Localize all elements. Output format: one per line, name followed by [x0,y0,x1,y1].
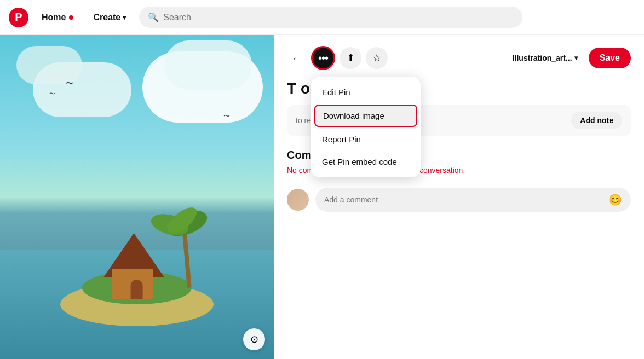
nav-home[interactable]: Home [35,8,80,27]
create-label: Create [93,13,120,22]
comment-input-wrap[interactable]: 😊 [315,188,631,212]
upload-button[interactable]: ⬆ [340,47,361,69]
dropdown-get-embed[interactable]: Get Pin embed code [311,150,421,173]
back-button[interactable]: ← [287,48,307,69]
chevron-down-icon: ▾ [123,14,126,21]
more-button-wrapper: ••• Edit Pin Download image Report Pin G… [311,46,335,70]
upload-icon: ⬆ [347,52,355,64]
right-panel: ← ••• Edit Pin Download image Report Pin… [274,35,644,359]
user-avatar [287,189,309,211]
main-content: 〜 〜 〜 ⊙ ← ••• Edit Pin Download image [0,35,644,359]
image-panel: 〜 〜 〜 ⊙ [0,35,274,359]
nav-create[interactable]: Create ▾ [87,8,133,27]
emoji-icon: 😊 [608,194,622,206]
save-button[interactable]: Save [589,48,631,68]
save-area: Illustration_art... ▾ Save [506,48,631,68]
board-name: Illustration_art... [513,54,572,62]
search-icon: 🔍 [148,12,159,22]
more-icon: ••• [318,52,328,65]
hut-door [131,280,143,299]
dropdown-edit-pin[interactable]: Edit Pin [311,81,421,103]
bird-2: 〜 [49,90,55,98]
board-chevron-icon: ▾ [574,54,578,62]
pin-image: 〜 〜 〜 ⊙ [0,35,274,359]
action-bar: ← ••• Edit Pin Download image Report Pin… [287,46,631,70]
home-notification-dot [69,15,73,20]
navbar: P Home Create ▾ 🔍 [0,0,644,35]
bird-1: 〜 [66,79,73,89]
cloud-right-2 [164,40,252,90]
star-icon: ☆ [372,52,381,64]
more-options-button[interactable]: ••• [311,46,335,70]
pinterest-logo[interactable]: P [9,8,28,27]
search-input[interactable] [163,13,514,22]
comment-input-row: 😊 [287,188,631,212]
dropdown-report-pin[interactable]: Report Pin [311,128,421,150]
dropdown-menu: Edit Pin Download image Report Pin Get P… [311,77,421,177]
search-bar[interactable]: 🔍 [139,7,522,28]
dropdown-download-image[interactable]: Download image [314,105,417,127]
add-note-button[interactable]: Add note [571,112,622,129]
scan-icon[interactable]: ⊙ [243,328,265,350]
star-button[interactable]: ☆ [366,47,388,69]
home-label: Home [42,13,66,22]
board-selector[interactable]: Illustration_art... ▾ [506,49,584,67]
comment-input[interactable] [324,195,604,204]
emoji-button[interactable]: 😊 [608,193,622,206]
bird-3: 〜 [223,112,230,121]
